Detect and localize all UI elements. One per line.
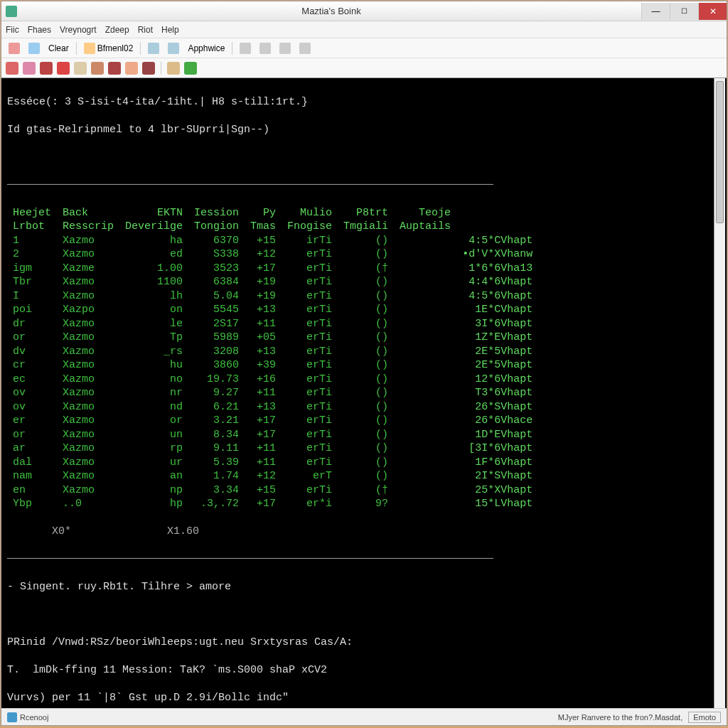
table-row: 1Xazmoha6370+15irTi()4:5*CVhapt [7,234,538,248]
table-row: ecXazmono19.73+16erTi()12*6Vhapt [7,373,538,387]
table-row: TbrXazmo11006384+19erTi()4:4*6Vhapt [7,275,538,289]
table-row: Ybp..0hp.3,.72+17er*i9?15*LVhapt [7,497,538,511]
wand-icon[interactable] [167,62,180,75]
mid-line: T. lmDk-ffing 11 Mession: TaK? `ms.S000 … [7,663,721,678]
table-row: drXazmole2S17+11erTi()3I*6Vhapt [7,317,538,331]
table-row: poiXazpoon5545+13erTi()1E*CVhapt [7,303,538,317]
status-message: MJyer Ranvere to the fron?.Masdat, [558,713,682,722]
table-row: orXazmoun8.34+17erTi()1D*EVhapt [7,428,538,442]
mid-line: - Singent. ruy.Rb1t. Tilhre > amore [7,580,721,594]
menu-view[interactable]: Vreynogrt [60,25,97,35]
minimize-button[interactable] [641,3,670,20]
emoto-button[interactable]: Emoto [688,712,721,723]
console-line: Id gtas-Relripnmel to 4 lbr-SUprri|Sgn--… [7,123,721,137]
scrollbar[interactable] [714,78,725,708]
open-folder-button[interactable]: Bfmenl02 [81,41,136,55]
search-icon[interactable] [23,62,36,75]
table-row: orXazmoTp5989+05erTi()1Z*EVhapt [7,331,538,345]
globe-icon[interactable] [142,62,155,75]
bottle-icon[interactable] [74,62,87,75]
table-row: dalXazmour5.39+11erTi()1F*6Vhapt [7,456,538,470]
chart-icon[interactable] [40,62,53,75]
status-left: Rcenooj [20,713,48,722]
clear-button[interactable]: Clear [46,42,72,55]
table-row: ovXazmonr9.27+11erTi()T3*6Vhapt [7,386,538,400]
plus-icon[interactable] [57,62,70,75]
tool-2[interactable] [26,41,43,55]
status-icon [7,712,17,722]
toolbar-primary: Clear Bfmenl02 Apphwice [1,38,727,58]
console-line: Esséce(: 3 S-isi-t4-ita/-1iht.| H8 s-til… [7,95,721,109]
terminal-output[interactable]: Esséce(: 3 S-isi-t4-ita/-1iht.| H8 s-til… [1,78,727,708]
menubar: Fiic Fhaes Vreynogrt Zdeep Riot Help [1,21,727,38]
table-row: erXazmoor3.21+17erTi()26*6Vhace [7,414,538,428]
table-row: dvXazmo_rs3208+13erTi()2E*5Vhapt [7,345,538,359]
divider: ────────────────────────────────────────… [7,178,721,193]
divider: ────────────────────────────────────────… [7,552,721,567]
tool-7[interactable] [277,41,294,55]
tool-4[interactable] [165,41,182,55]
mid-line: Vurvs) per 11 `|8` Gst up.D 2.9i/Bollc i… [7,691,721,705]
window-title: Maztia's Boink [21,6,641,16]
tool-1[interactable] [6,41,23,55]
table-row: crXazmohu3860+39erTi()2E*5Vhapt [7,358,538,373]
book-icon[interactable] [125,62,138,75]
window-controls [641,3,727,20]
toolbar-secondary [1,58,727,78]
menu-file[interactable]: Fiic [6,25,19,35]
table-row: namXazmoan1.74+12erT()2I*SVhapt [7,469,538,483]
menu-riot[interactable]: Riot [138,25,153,35]
shield-icon[interactable] [6,62,18,75]
table-row: igmXazme1.003523+17erTi(†1*6*6Vha13 [7,262,538,276]
scrollbar-thumb[interactable] [716,81,724,223]
tool-6[interactable] [257,41,274,55]
table-row: ovXazmond6.21+13erTi()26*SVhapt [7,400,538,414]
menu-fhaes[interactable]: Fhaes [28,25,51,35]
menu-zdeep[interactable]: Zdeep [105,25,129,35]
bell-icon[interactable] [91,62,104,75]
titlebar: Maztia's Boink [1,1,727,21]
table-row: arXazmorp9.11+11erTi()[3I*6Vhapt [7,441,538,456]
statusbar: Rcenooj MJyer Ranvere to the fron?.Masda… [1,708,727,725]
maximize-button[interactable] [670,3,698,20]
refresh-icon[interactable] [184,62,197,75]
apphwice-button[interactable]: Apphwice [185,42,228,55]
close-button[interactable] [698,3,727,20]
table-row: enXazmonp3.34+15erTi(†25*XVhapt [7,483,538,498]
tool-5[interactable] [237,41,254,55]
mid-line: PRinid /Vnwd:RSz/beoriWhleeps:ugt.neu Sr… [7,636,721,650]
tool-8[interactable] [296,41,314,55]
process-table: HeejetBackEKTNIessionPyMulioP8trtTeojeLr… [7,206,721,511]
app-window: Maztia's Boink Fiic Fhaes Vreynogrt Zdee… [1,1,727,726]
table-row: 2XazmoedS338+12erTi()•d'V*XVhanw [7,247,538,262]
app-icon [6,6,17,17]
table-row: IXazmolh5.04+19erTi()4:5*6Vhapt [7,289,538,304]
tool-3[interactable] [145,41,162,55]
menu-help[interactable]: Help [161,25,179,35]
flag-icon[interactable] [108,62,121,75]
